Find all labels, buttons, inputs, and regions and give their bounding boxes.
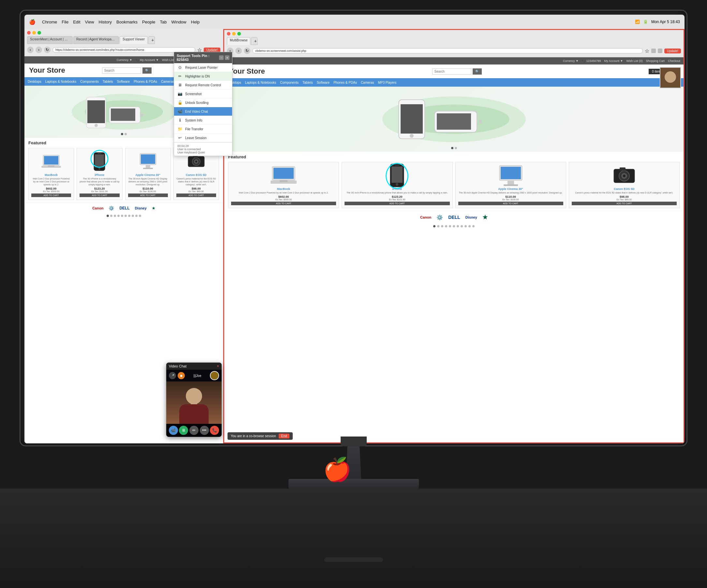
menubar-people[interactable]: People [142, 20, 155, 25]
tl-close-right[interactable] [227, 32, 231, 36]
star-icon-right[interactable]: ☆ [645, 48, 649, 54]
wishlist-right[interactable]: Wish List (0) [626, 59, 642, 63]
tl-fullscreen-right[interactable] [237, 32, 241, 36]
menubar-help[interactable]: Help [191, 20, 200, 25]
nav-mp3-right[interactable]: MP3 Players [378, 81, 396, 84]
add-to-cart-canon-left[interactable]: ADD TO CART [176, 193, 216, 197]
menubar-bookmarks[interactable]: Bookmarks [116, 20, 138, 25]
forward-btn-left[interactable]: › [36, 46, 42, 53]
support-item-end-video[interactable]: 📹 End Video Chat [174, 107, 232, 116]
myaccount-right[interactable]: My Account ▼ [604, 59, 623, 63]
nav-desktops-left[interactable]: Desktops [28, 80, 41, 83]
new-tab-btn[interactable]: + [148, 36, 155, 44]
nav-tablets-right[interactable]: Tablets [302, 81, 313, 84]
panel-expand-btn[interactable]: → [219, 56, 224, 60]
cobrowse-end-btn[interactable]: End [279, 434, 290, 438]
browser-tab-screenmeet[interactable]: ScreenMeet | Account | Serv... [27, 36, 73, 44]
add-to-cart-iphone-left[interactable]: ADD TO CART [79, 193, 119, 197]
menubar-file[interactable]: File [62, 20, 68, 25]
support-item-system-info[interactable]: ℹ System Info [174, 116, 232, 125]
add-to-cart-macbook-right[interactable]: ADD TO CART [231, 201, 336, 205]
more-btn-video[interactable]: ••• [200, 426, 209, 435]
search-btn-left[interactable]: 🔍 [142, 67, 152, 74]
dot-2-left[interactable] [125, 133, 127, 135]
menubar-tab[interactable]: Tab [160, 20, 167, 25]
browser-tab-record[interactable]: Record | Agent Workspace | D... [73, 36, 119, 44]
rdot-4[interactable] [445, 225, 447, 227]
page-dot-2-left[interactable] [110, 215, 112, 217]
support-item-screenshot[interactable]: 📷 Screenshot [174, 89, 232, 98]
rdot-9[interactable] [465, 225, 467, 227]
nav-phones-right[interactable]: Phones & PDAs [333, 81, 357, 84]
checkout-right[interactable]: Checkout [668, 59, 680, 63]
tl-minimize-right[interactable] [232, 32, 236, 36]
dot-1-left[interactable] [121, 133, 123, 135]
page-dot-7-left[interactable] [128, 215, 130, 217]
shopping-cart-right[interactable]: Shopping Cart [646, 59, 665, 63]
screen-share-btn[interactable]: 🖥 [179, 426, 188, 435]
page-dot-6-left[interactable] [125, 215, 127, 217]
support-item-file-transfer[interactable]: 📁 File Transfer [174, 125, 232, 134]
support-item-remote-control[interactable]: 🖥 Request Remote Control [174, 81, 232, 89]
new-tab-btn-right[interactable]: + [251, 37, 258, 45]
page-dot-5-left[interactable] [121, 215, 123, 217]
forward-btn-right[interactable]: › [235, 47, 242, 54]
support-item-leave-session[interactable]: ↩ Leave Session [174, 134, 232, 142]
update-btn-right[interactable]: Update! [664, 48, 681, 53]
rdot-3[interactable] [441, 225, 443, 227]
search-input-left[interactable] [102, 67, 141, 74]
panel-close-btn[interactable]: × [225, 56, 230, 60]
tl-fullscreen-left[interactable] [37, 31, 41, 35]
menubar-edit[interactable]: Edit [73, 20, 80, 25]
page-dot-10-left[interactable] [139, 215, 141, 217]
nav-phones-left[interactable]: Phones & PDAs [134, 80, 157, 83]
add-to-cart-cinema-left[interactable]: ADD TO CART [128, 193, 168, 197]
browser-tab-multibrowse[interactable]: MultiBrowse [227, 37, 250, 45]
add-to-cart-iphone-right[interactable]: ADD TO CART [344, 201, 449, 205]
rdot-7[interactable] [457, 225, 459, 227]
add-to-cart-cinema-right[interactable]: ADD TO CART [458, 201, 563, 205]
refresh-btn-left[interactable]: ↻ [44, 46, 50, 53]
rdot-2[interactable] [437, 225, 439, 227]
refresh-btn-right[interactable]: ↻ [244, 47, 250, 54]
dot-1-right[interactable] [451, 147, 453, 149]
menubar-history[interactable]: History [99, 20, 112, 25]
apple-menu-icon[interactable]: 🍎 [29, 19, 36, 25]
add-to-cart-canon-right[interactable]: ADD TO CART [572, 201, 677, 205]
support-item-laser-pointer[interactable]: ⊙ Request Laser Pointer [174, 63, 232, 72]
nav-components-left[interactable]: Components [80, 80, 99, 83]
currency-dropdown-left[interactable]: Currency ▼ [117, 58, 132, 62]
tl-minimize-left[interactable] [32, 31, 36, 35]
add-to-cart-macbook-left[interactable]: ADD TO CART [31, 193, 71, 197]
currency-dropdown-right[interactable]: Currency ▼ [563, 59, 579, 63]
nav-software-right[interactable]: Software [317, 81, 330, 84]
page-dot-4-left[interactable] [117, 215, 120, 217]
page-dot-1-left[interactable] [107, 215, 109, 217]
menubar-view[interactable]: View [85, 20, 94, 25]
rdot-10[interactable] [468, 225, 471, 227]
browser-tab-support[interactable]: Support Viewer [120, 36, 148, 44]
draw-btn[interactable]: ✏ [190, 426, 199, 435]
nav-laptops-left[interactable]: Laptops & Notebooks [45, 80, 77, 83]
back-btn-left[interactable]: ‹ [27, 46, 34, 53]
support-item-highlighter[interactable]: ✏ Highlighter is ON [174, 72, 232, 81]
page-dot-8-left[interactable] [132, 215, 134, 217]
cam-toggle-btn[interactable]: 📹 [169, 426, 178, 435]
nav-software-left[interactable]: Software [117, 80, 130, 83]
end-call-btn[interactable]: 📞 [210, 426, 219, 435]
mic-btn[interactable]: 🎤 [169, 372, 176, 379]
page-dot-3-left[interactable] [114, 215, 116, 217]
search-btn-right[interactable]: 🔍 [473, 68, 482, 75]
video-chat-close-btn[interactable]: × [217, 364, 219, 368]
dot-2-right[interactable] [455, 147, 457, 149]
video-record-btn[interactable]: ⏺ [178, 372, 185, 379]
rdot-5[interactable] [449, 225, 451, 227]
rdot-11[interactable] [472, 225, 475, 227]
tl-close-left[interactable] [27, 31, 31, 35]
menubar-chrome[interactable]: Chrome [42, 20, 57, 25]
nav-tablets-left[interactable]: Tablets [103, 80, 113, 83]
nav-cameras-left[interactable]: Cameras [161, 80, 174, 83]
url-bar-left[interactable]: https://cbdemo-sn.screenmeet.com/index.p… [53, 47, 195, 52]
search-input-right[interactable] [432, 68, 471, 75]
page-dot-9-left[interactable] [135, 215, 138, 217]
